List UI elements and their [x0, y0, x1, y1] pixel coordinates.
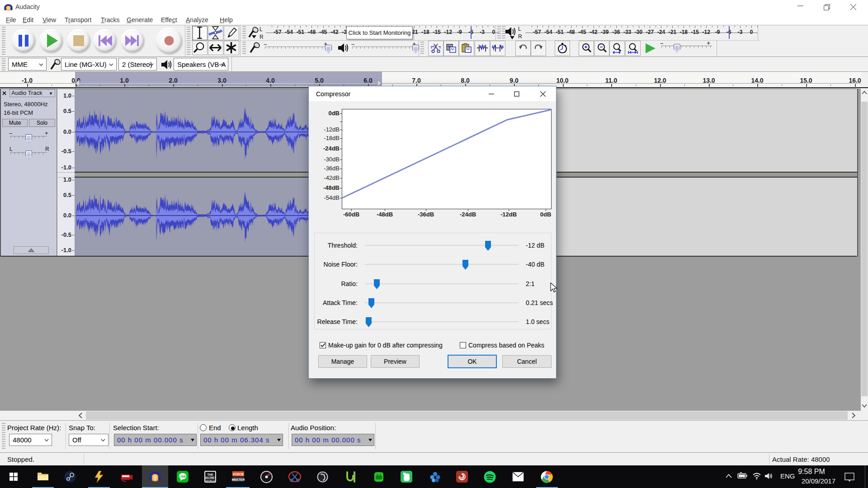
svg-text:THE: THE: [208, 473, 214, 476]
svg-text:SECRET: SECRET: [204, 476, 216, 479]
svg-text:VOICE: VOICE: [233, 472, 245, 476]
svg-text:MEETER: MEETER: [232, 478, 245, 481]
svg-text:WORLD: WORLD: [206, 479, 215, 482]
svg-text:LINE: LINE: [179, 475, 186, 478]
